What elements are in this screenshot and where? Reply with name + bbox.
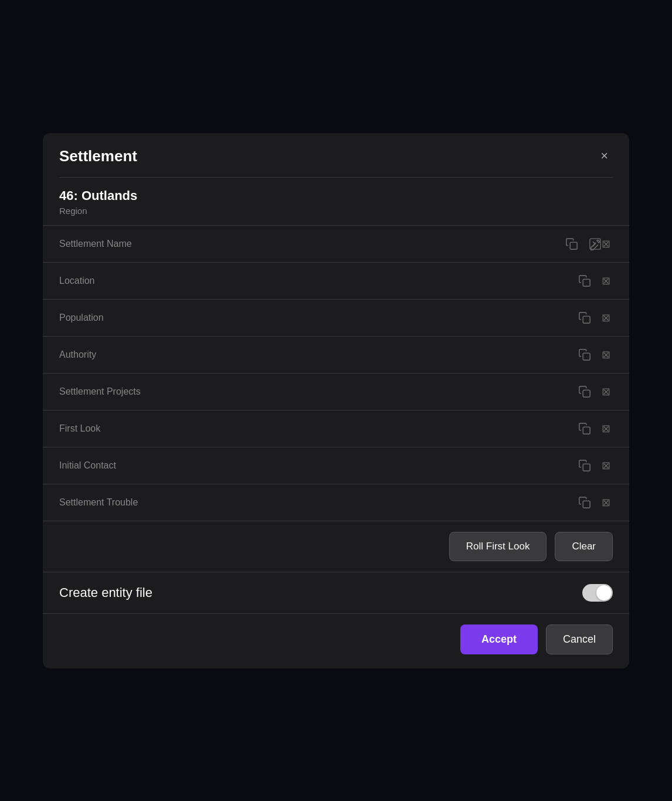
clear-icon-population[interactable]: ⊠: [599, 311, 613, 324]
copy-icon-location[interactable]: [576, 273, 593, 289]
field-row-authority: Authority ⊠: [43, 336, 629, 373]
field-label-settlement-name: Settlement Name: [59, 239, 132, 249]
copy-icon-population[interactable]: [576, 310, 593, 325]
field-actions-settlement-projects: ⊠: [576, 384, 613, 399]
entity-file-row: Create entity file: [43, 572, 629, 613]
field-actions-first-look: ⊠: [576, 421, 613, 436]
modal-header: Settlement ×: [43, 133, 629, 177]
action-buttons-row: Roll First Look Clear: [43, 521, 629, 572]
clear-icon-location[interactable]: ⊠: [599, 274, 613, 287]
svg-rect-9: [583, 464, 590, 471]
copy-icon-initial-contact[interactable]: [576, 458, 593, 473]
field-row-settlement-name: Settlement Name: [43, 225, 629, 262]
field-actions-initial-contact: ⊠: [576, 458, 613, 473]
field-label-first-look: First Look: [59, 423, 100, 434]
section-header: 46: Outlands Region: [43, 178, 629, 225]
field-label-initial-contact: Initial Contact: [59, 460, 116, 471]
field-label-population: Population: [59, 313, 104, 323]
svg-rect-5: [583, 316, 590, 323]
cancel-button[interactable]: Cancel: [546, 624, 613, 654]
entity-file-toggle[interactable]: [582, 584, 613, 602]
clear-icon-initial-contact[interactable]: ⊠: [599, 459, 613, 472]
svg-rect-7: [583, 390, 590, 397]
svg-rect-10: [583, 501, 590, 508]
clear-icon-settlement-projects[interactable]: ⊠: [599, 385, 613, 398]
close-button[interactable]: ×: [596, 147, 613, 165]
field-row-location: Location ⊠: [43, 262, 629, 299]
footer-buttons: Accept Cancel: [43, 613, 629, 668]
roll-first-look-button[interactable]: Roll First Look: [449, 532, 547, 561]
accept-button[interactable]: Accept: [460, 624, 538, 654]
modal-overlay: Settlement × 46: Outlands Region Settlem…: [0, 0, 672, 801]
field-actions-settlement-trouble: ⊠: [576, 495, 613, 510]
copy-icon-first-look[interactable]: [576, 421, 593, 436]
clear-icon-settlement-name[interactable]: ⊠: [586, 236, 613, 252]
field-actions-location: ⊠: [576, 273, 613, 289]
entity-file-label: Create entity file: [59, 585, 152, 600]
field-row-settlement-projects: Settlement Projects ⊠: [43, 373, 629, 410]
field-row-first-look: First Look ⊠: [43, 410, 629, 447]
field-actions-authority: ⊠: [576, 347, 613, 362]
section-subtitle: Region: [59, 206, 613, 216]
svg-rect-0: [570, 242, 577, 249]
field-label-authority: Authority: [59, 349, 96, 360]
field-row-initial-contact: Initial Contact ⊠: [43, 447, 629, 484]
field-label-settlement-trouble: Settlement Trouble: [59, 497, 138, 508]
clear-button[interactable]: Clear: [555, 532, 613, 561]
clear-icon-first-look[interactable]: ⊠: [599, 422, 613, 435]
copy-icon-settlement-projects[interactable]: [576, 384, 593, 399]
field-label-settlement-projects: Settlement Projects: [59, 386, 141, 397]
svg-rect-6: [583, 353, 590, 360]
field-actions-settlement-name: ⊠: [563, 236, 613, 252]
svg-rect-4: [583, 279, 590, 286]
modal-title: Settlement: [59, 147, 137, 165]
field-row-settlement-trouble: Settlement Trouble ⊠: [43, 484, 629, 521]
copy-icon-settlement-name[interactable]: [563, 236, 581, 252]
clear-icon-authority[interactable]: ⊠: [599, 348, 613, 361]
copy-icon-settlement-trouble[interactable]: [576, 495, 593, 510]
svg-rect-8: [583, 427, 590, 434]
field-row-population: Population ⊠: [43, 299, 629, 336]
copy-icon-authority[interactable]: [576, 347, 593, 362]
field-label-location: Location: [59, 276, 95, 286]
clear-icon-settlement-trouble[interactable]: ⊠: [599, 496, 613, 509]
modal-dialog: Settlement × 46: Outlands Region Settlem…: [43, 133, 629, 668]
field-actions-population: ⊠: [576, 310, 613, 325]
section-title: 46: Outlands: [59, 188, 613, 203]
